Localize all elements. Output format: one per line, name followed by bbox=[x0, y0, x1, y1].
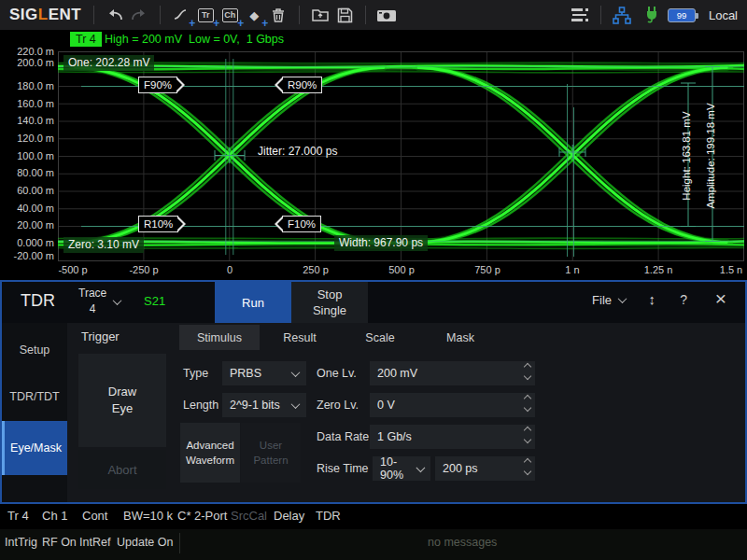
siglent-logo: SIGLENT bbox=[9, 6, 81, 24]
length-dropdown[interactable]: 2^9-1 bits bbox=[222, 393, 306, 417]
spinner-icon[interactable] bbox=[525, 364, 530, 379]
y-tick: 60.00 m bbox=[0, 184, 54, 197]
trigger-group: Trigger Draw Eye Abort bbox=[67, 323, 176, 502]
trigger-group-title: Trigger bbox=[81, 329, 120, 343]
jitter-label: Jitter: 27.000 ps bbox=[258, 145, 337, 158]
advanced-waveform-button[interactable]: Advanced Waveform bbox=[180, 423, 240, 483]
zero-level-label: Zero: 3.10 mV bbox=[63, 237, 144, 253]
tdr-panel: TDR Trace 4 S21 Run Stop Single File ↕ ?… bbox=[0, 280, 747, 504]
data-rate-field[interactable]: 1 Gb/s bbox=[370, 425, 535, 449]
zero-level-field[interactable]: 0 V bbox=[370, 393, 535, 417]
menu-icon[interactable] bbox=[568, 2, 592, 28]
panel-sidebar: Setup TDR/TDT Eye/Mask bbox=[2, 323, 67, 502]
redo-icon[interactable] bbox=[127, 2, 151, 28]
tab-scale[interactable]: Scale bbox=[340, 325, 420, 350]
one-level-label: One: 202.28 mV bbox=[63, 55, 154, 71]
eye-diagram-area: 220.0 m 200.0 m 180.0 m 160.0 m 140.0 m … bbox=[0, 51, 747, 280]
chevron-down-icon bbox=[113, 296, 122, 305]
add-marker-icon[interactable]: ◆ + bbox=[242, 2, 266, 28]
sidebar-item-setup[interactable]: Setup bbox=[2, 329, 67, 371]
toolbar-divider bbox=[600, 6, 601, 24]
file-menu-button[interactable]: File bbox=[592, 293, 626, 307]
status-cont[interactable]: Cont bbox=[82, 509, 107, 523]
status-rfon[interactable]: RF On bbox=[42, 536, 77, 549]
status-bar: Tr 4 Ch 1 Cont BW=10 k C* 2-Port SrcCal … bbox=[0, 504, 747, 529]
spinner-icon[interactable] bbox=[525, 396, 530, 411]
trace-info-text: High = 200 mV Low = 0V, 1 Gbps bbox=[105, 33, 284, 46]
x-tick: 1.5 n bbox=[703, 264, 747, 275]
type-dropdown[interactable]: PRBS bbox=[222, 361, 306, 385]
spinner-icon[interactable] bbox=[525, 459, 530, 474]
y-tick: 40.00 m bbox=[0, 202, 54, 215]
f10-marker-tag: F10% bbox=[282, 216, 321, 232]
status-delay[interactable]: Delay bbox=[274, 509, 304, 523]
x-tick: -500 p bbox=[45, 264, 101, 275]
type-label: Type bbox=[183, 361, 208, 385]
chevron-down-icon bbox=[291, 368, 301, 377]
one-level-field[interactable]: 200 mV bbox=[370, 361, 535, 385]
height-label: Height: 163.81 mV bbox=[681, 81, 696, 231]
stop-single-button[interactable]: Stop Single bbox=[291, 282, 368, 323]
status-channel[interactable]: Ch 1 bbox=[42, 509, 67, 523]
run-button[interactable]: Run bbox=[215, 282, 291, 323]
tab-result[interactable]: Result bbox=[260, 325, 340, 350]
status-cal[interactable]: C* 2-Port bbox=[177, 509, 227, 523]
eye-annotations: One: 202.28 mV Zero: 3.10 mV Width: 967.… bbox=[58, 51, 744, 261]
draw-eye-button[interactable]: Draw Eye bbox=[78, 354, 166, 447]
user-pattern-button[interactable]: User Pattern bbox=[241, 423, 301, 483]
toolbar-divider bbox=[160, 6, 161, 24]
status-tdr[interactable]: TDR bbox=[316, 509, 341, 523]
tab-mask[interactable]: Mask bbox=[420, 325, 500, 350]
save-icon[interactable] bbox=[332, 2, 357, 28]
x-tick: 500 p bbox=[374, 264, 430, 275]
delete-icon[interactable] bbox=[266, 2, 290, 28]
add-channel-icon[interactable]: Ch + bbox=[218, 2, 242, 28]
trace-badge[interactable]: Tr 4 bbox=[70, 32, 102, 47]
power-plug-icon bbox=[640, 2, 664, 28]
y-tick: 120.0 m bbox=[0, 132, 54, 145]
add-trace-icon[interactable]: Tr + bbox=[193, 2, 218, 28]
battery-indicator: 99 bbox=[668, 2, 696, 28]
data-rate-field-label: Data Rate bbox=[317, 425, 369, 449]
sidebar-item-eyemask[interactable]: Eye/Mask bbox=[2, 421, 67, 475]
toolbar-divider bbox=[93, 6, 94, 24]
zero-level-field-label: Zero Lv. bbox=[317, 393, 359, 417]
spinner-icon[interactable] bbox=[525, 427, 530, 442]
rise-time-range-dropdown[interactable]: 10-90% bbox=[373, 456, 430, 481]
abort-button[interactable]: Abort bbox=[78, 450, 166, 489]
network-icon[interactable] bbox=[610, 2, 634, 28]
local-button[interactable]: Local bbox=[709, 8, 738, 22]
x-tick: 750 p bbox=[459, 264, 515, 275]
toolbar-divider bbox=[365, 6, 366, 24]
sidebar-item-tdrtdt[interactable]: TDR/TDT bbox=[2, 376, 67, 417]
trace-selector[interactable]: Trace 4 bbox=[78, 286, 120, 317]
chevron-down-icon bbox=[291, 399, 301, 409]
resize-panel-icon[interactable]: ↕ bbox=[649, 291, 656, 307]
help-icon[interactable]: ? bbox=[680, 292, 687, 307]
status-update[interactable]: Update On bbox=[117, 536, 173, 549]
undo-icon[interactable] bbox=[103, 2, 127, 28]
s-parameter-label: S21 bbox=[144, 294, 165, 308]
screenshot-icon[interactable] bbox=[374, 2, 399, 28]
status-srccal[interactable]: SrcCal bbox=[231, 509, 267, 523]
panel-content: Stimulus Result Scale Mask Type PRBS Len… bbox=[176, 323, 745, 502]
rise-time-field[interactable]: 200 ps bbox=[435, 456, 535, 481]
close-icon[interactable]: × bbox=[715, 287, 726, 310]
r10-marker-tag: R10% bbox=[138, 216, 178, 232]
message-area: no messages bbox=[428, 536, 497, 549]
width-label: Width: 967.90 ps bbox=[334, 235, 428, 251]
status-intref[interactable]: IntRef bbox=[79, 536, 110, 549]
add-waveform-icon[interactable]: + bbox=[169, 2, 193, 28]
chevron-down-icon bbox=[618, 294, 627, 303]
status-inttrig[interactable]: IntTrig bbox=[5, 536, 37, 549]
y-tick: 0.000 m bbox=[0, 236, 54, 249]
x-tick: 1 n bbox=[544, 264, 600, 275]
status-trace[interactable]: Tr 4 bbox=[7, 509, 29, 523]
r90-marker-tag: R90% bbox=[282, 77, 322, 93]
length-label: Length bbox=[183, 393, 218, 417]
tab-stimulus[interactable]: Stimulus bbox=[179, 325, 260, 350]
status-bandwidth[interactable]: BW=10 k bbox=[123, 509, 173, 523]
x-tick: 250 p bbox=[288, 264, 344, 275]
open-file-icon[interactable] bbox=[308, 2, 332, 28]
status-divider bbox=[179, 533, 180, 553]
